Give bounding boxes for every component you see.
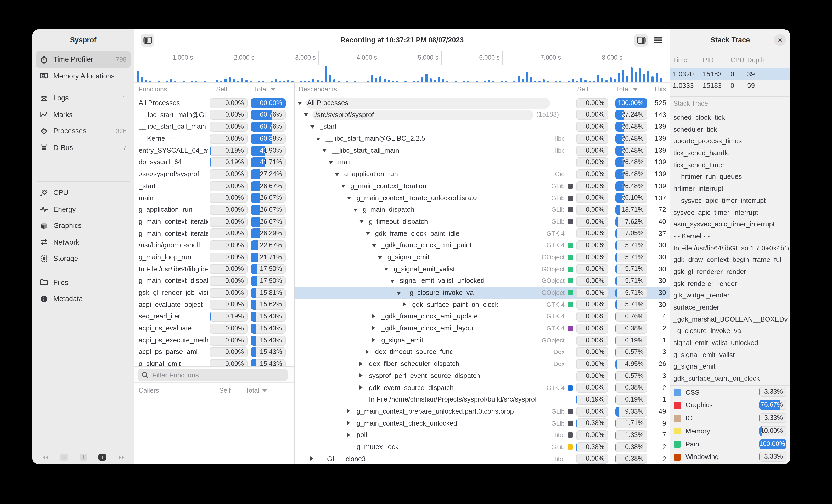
functions-table-row[interactable]: g_main_context_iteration0.00%26.67%26.67… [134, 216, 294, 228]
stack-frame[interactable]: _g_closure_invoke_va [670, 326, 790, 337]
descendants-tree-row[interactable]: g_application_runGio0.00%26.48%26.48%139 [294, 168, 670, 180]
descendants-tree-row[interactable]: gdk_surface_paint_on_clockGTK 40.00%5.71… [294, 299, 670, 311]
fast-forward-icon[interactable] [117, 454, 126, 460]
functions-table-row[interactable]: acpi_ns_evaluate0.00%15.43%15.43% [134, 323, 294, 334]
rewind-icon[interactable] [41, 454, 49, 460]
descendants-tree-row[interactable]: gdk_event_source_dispatchGTK 40.00%0.38%… [294, 382, 670, 394]
functions-table-row[interactable]: acpi_ps_execute_method0.00%15.43%15.43% [134, 335, 294, 346]
functions-table-row[interactable]: In File /usr/lib64/libglib-2.0.so0.00%17… [134, 263, 294, 275]
functions-table-row[interactable]: acpi_ps_parse_aml0.00%15.43%15.43% [134, 346, 294, 358]
expander-open-icon[interactable] [329, 161, 333, 164]
descendants-tree-row[interactable]: g_signal_emit_valistGObject0.00%5.71%5.7… [294, 263, 670, 275]
stack-frame[interactable]: hrtimer_interrupt [670, 183, 790, 195]
expander-open-icon[interactable] [298, 102, 302, 105]
stack-frame[interactable]: sysvec_apic_timer_interrupt [670, 207, 790, 219]
stack-frame[interactable]: scheduler_tick [670, 124, 790, 135]
functions-table-row[interactable]: __libc_start_main@GLIBC_2.2.50.00%60.76%… [134, 109, 294, 121]
expander-closed-icon[interactable] [360, 362, 363, 366]
functions-table-row[interactable]: g_signal_emit0.00%15.43%15.43% [134, 358, 294, 366]
descendants-tree-row[interactable]: main0.00%26.48%26.48%139 [294, 157, 670, 168]
descendants-tree-row[interactable]: ./src/sysprof/sysprof(15183)0.00%27.24%2… [294, 109, 670, 121]
descendants-tree-row[interactable]: g_mutex_lockGLib0.38%0.38%0.38%0.38%2 [294, 441, 670, 453]
stack-frame[interactable]: __sysvec_apic_timer_interrupt [670, 195, 790, 207]
sidebar-item-cpu[interactable]: CPU [35, 185, 131, 201]
descendants-tree-row[interactable]: g_main_context_iterate_unlocked.isra.0GL… [294, 192, 670, 204]
expander-open-icon[interactable] [397, 291, 401, 295]
sidebar-item-energy[interactable]: Energy [35, 201, 131, 218]
functions-table-row[interactable]: All Processes0.00%100.00%100.00% [134, 97, 294, 109]
sidebar-item-metadata[interactable]: Metadata [35, 291, 131, 307]
functions-table-row[interactable]: _start0.00%26.67%26.67% [134, 180, 294, 192]
expander-closed-icon[interactable] [372, 326, 375, 330]
callers-total-header[interactable]: Total [245, 387, 268, 394]
functions-table-row[interactable]: - - Kernel - -0.00%60.38%60.38% [134, 133, 294, 145]
descendants-tree-row[interactable]: __GI___clone3libc0.00%0.38%0.38%2 [294, 453, 670, 464]
descendants-tree-row[interactable]: signal_emit_valist_unlockedGObject0.00%5… [294, 275, 670, 287]
stack-frame[interactable]: __hrtimer_run_queues [670, 171, 790, 183]
descendants-tree-row[interactable]: _gdk_frame_clock_emit_paintGTK 40.00%5.7… [294, 240, 670, 251]
expander-closed-icon[interactable] [347, 432, 350, 437]
expander-open-icon[interactable] [384, 268, 388, 271]
stack-frame[interactable]: asm_sysvec_apic_timer_interrupt [670, 219, 790, 230]
toggle-left-panel-button[interactable] [141, 34, 154, 47]
descendants-tree-row[interactable]: polllibc0.00%1.33%1.33%7 [294, 429, 670, 441]
expander-closed-icon[interactable] [372, 314, 375, 318]
stack-frame[interactable]: tick_sched_handle [670, 147, 790, 159]
stack-frame[interactable]: gsk_renderer_render [670, 278, 790, 290]
functions-table-row[interactable]: seq_read_iter0.19%0.19%15.43%15.43% [134, 311, 294, 323]
expander-open-icon[interactable] [322, 149, 327, 152]
zoom-out-button[interactable]: − [60, 454, 68, 460]
descendants-tree-row[interactable]: g_main_context_iterationGLib0.00%26.48%2… [294, 180, 670, 192]
descendants-tree-row[interactable]: In File /home/christian/Projects/sysprof… [294, 394, 670, 405]
functions-table-row[interactable]: gsk_gl_render_job_visit_node0.00%15.81%1… [134, 287, 294, 299]
zoom-in-button[interactable]: + [98, 454, 106, 460]
expander-open-icon[interactable] [372, 244, 376, 247]
stack-sample-row[interactable]: 1.032015183039 [670, 68, 790, 80]
functions-table-row[interactable]: g_application_run0.00%26.67%26.67% [134, 204, 294, 216]
expander-closed-icon[interactable] [366, 350, 369, 354]
descendants-tree-row[interactable]: gdk_frame_clock_paint_idleGTK 40.00%7.05… [294, 228, 670, 240]
expander-closed-icon[interactable] [360, 373, 363, 377]
stack-frame[interactable]: gsk_gl_renderer_render [670, 266, 790, 278]
descendants-total-header[interactable]: Total [616, 86, 638, 93]
descendants-tree-row[interactable]: All Processes0.00%100.00%100.00%525 [294, 97, 670, 109]
expander-open-icon[interactable] [360, 220, 364, 224]
descendants-tree-row[interactable]: g_signal_emitGObject0.00%0.19%0.19%1 [294, 335, 670, 346]
zoom-level-button[interactable]: 1 [79, 454, 87, 460]
hamburger-menu-icon[interactable] [651, 34, 665, 47]
expander-open-icon[interactable] [335, 173, 339, 176]
sidebar-item-files[interactable]: Files [35, 274, 131, 291]
stack-frame[interactable]: surface_render [670, 302, 790, 313]
stack-frame[interactable]: g_signal_emit [670, 361, 790, 373]
expander-closed-icon[interactable] [347, 409, 350, 413]
functions-table-row[interactable]: __libc_start_call_main0.00%60.76%60.76% [134, 121, 294, 133]
descendants-self-header[interactable]: Self [577, 86, 589, 93]
functions-table-row[interactable]: g_main_loop_run0.00%21.71%21.71% [134, 251, 294, 263]
stack-frame[interactable]: signal_emit_valist_unlocked [670, 337, 790, 349]
expander-open-icon[interactable] [366, 232, 370, 235]
descendants-tree-row[interactable]: _gdk_frame_clock_emit_updateGTK 40.00%0.… [294, 311, 670, 323]
functions-table-row[interactable]: entry_SYSCALL_64_after_hwframe0.19%0.19%… [134, 145, 294, 157]
expander-open-icon[interactable] [316, 137, 320, 140]
expander-closed-icon[interactable] [310, 456, 313, 460]
self-column-header[interactable]: Self [216, 86, 227, 93]
stack-frame[interactable]: g_signal_emit_valist [670, 349, 790, 361]
total-column-header[interactable]: Total [254, 86, 276, 93]
expander-closed-icon[interactable] [372, 338, 375, 342]
sidebar-item-memory-allocations[interactable]: Memory Allocations [35, 68, 131, 84]
stack-sample-row[interactable]: 1.033315183059 [670, 80, 790, 91]
descendants-tree-row[interactable]: _start0.00%26.48%26.48%139 [294, 121, 670, 133]
sidebar-item-d-bus[interactable]: D-Bus7 [35, 139, 131, 156]
descendants-tree-row[interactable]: g_main_context_prepare_unlocked.part.0.c… [294, 406, 670, 418]
stack-frame[interactable]: sched_clock_tick [670, 112, 790, 124]
sidebar-item-graphics[interactable]: Graphics [35, 218, 131, 234]
functions-table-row[interactable]: g_main_context_iterate_unlocked0.00%26.2… [134, 228, 294, 240]
functions-table-row[interactable]: main0.00%26.67%26.67% [134, 192, 294, 204]
expander-closed-icon[interactable] [402, 302, 406, 306]
expander-open-icon[interactable] [353, 208, 357, 212]
expander-open-icon[interactable] [390, 280, 394, 283]
stack-frame[interactable]: gdk_draw_context_begin_frame_full [670, 254, 790, 266]
functions-table-row[interactable]: do_syscall_640.19%0.19%41.71%41.71% [134, 157, 294, 168]
expander-open-icon[interactable] [341, 185, 345, 188]
cpu-activity-timeline[interactable] [134, 65, 670, 83]
